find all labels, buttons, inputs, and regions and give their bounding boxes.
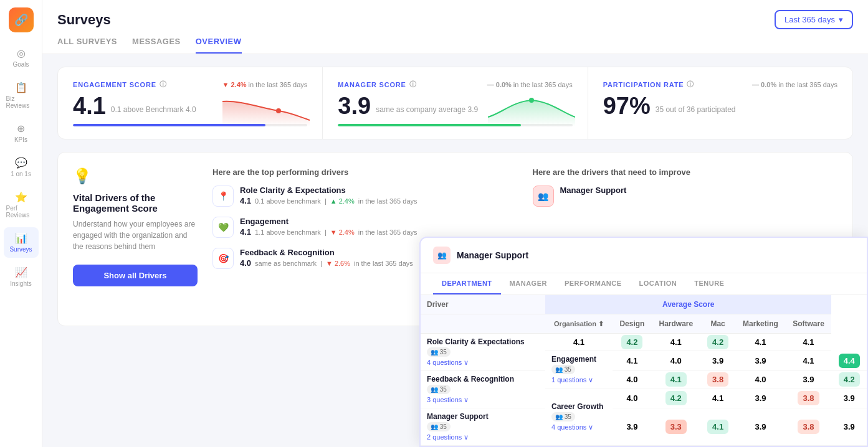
engagement-info-icon[interactable]: ⓘ bbox=[160, 80, 167, 89]
driver-name-manager-support: Manager Support bbox=[560, 186, 627, 195]
tab-messages[interactable]: MESSAGES bbox=[132, 37, 181, 54]
tab-all-surveys[interactable]: ALL SURVEYS bbox=[57, 37, 117, 54]
score-cell: 3.9 bbox=[798, 372, 819, 387]
score-cell: 4.0 bbox=[665, 354, 687, 368]
sidebar-item-biz-reviews[interactable]: 📋 Biz Reviews bbox=[4, 77, 39, 114]
driver-meta-role-clarity: 4.1 0.1 above benchmark | ▲ 2.4% in the … bbox=[240, 196, 417, 205]
feedback-icon: 🎯 bbox=[212, 248, 234, 269]
insights-icon: 📈 bbox=[15, 266, 27, 278]
driver-row-name: Feedback & Recognition bbox=[427, 375, 539, 383]
sidebar-item-insights[interactable]: 📈 Insights bbox=[4, 261, 39, 292]
manager-score-sub: same as company average 3.9 bbox=[376, 105, 478, 114]
table-row: Manager Support 👥 35 2 questions ∨ 3.93.… bbox=[421, 408, 867, 446]
page-title: Surveys bbox=[57, 12, 111, 28]
manager-score-value: 3.9 bbox=[338, 94, 371, 118]
score-cell: 4.1 bbox=[568, 335, 589, 349]
sidebar-item-goals[interactable]: ◎ Goals bbox=[4, 42, 39, 73]
engagement-change-badge: ▼ 2.4% in the last 365 days bbox=[222, 81, 308, 88]
chevron-down-icon: ▾ bbox=[839, 15, 843, 24]
score-cell: 3.9 bbox=[839, 391, 860, 405]
driver-row-name: Engagement bbox=[551, 355, 606, 364]
driver-name-engagement: Engagement bbox=[240, 217, 417, 226]
score-cell: 4.1 bbox=[665, 335, 687, 349]
main-area: Surveys Last 365 days ▾ ALL SURVEYS MESS… bbox=[42, 0, 868, 447]
col-software: Software bbox=[786, 314, 832, 334]
score-cell: 4.2 bbox=[707, 335, 728, 349]
score-cell: 4.1 bbox=[798, 335, 819, 349]
sidebar-item-label: Insights bbox=[10, 280, 31, 287]
score-cell: 4.1 bbox=[665, 372, 687, 387]
col-driver: Driver bbox=[421, 295, 545, 314]
drivers-info-title: Vital Drivers of the Engagement Score bbox=[73, 192, 198, 214]
kpis-icon: ⊕ bbox=[17, 123, 25, 134]
filter-tab-tenure[interactable]: TENURE bbox=[685, 273, 733, 294]
driver-meta-feedback: 4.0 same as benchmark | ▼ 2.6% in the la… bbox=[240, 258, 413, 268]
improve-drivers-title: Here are the drivers that need to improv… bbox=[533, 167, 838, 177]
page-header: Surveys Last 365 days ▾ ALL SURVEYS MESS… bbox=[42, 0, 868, 54]
score-cell: 4.1 bbox=[798, 354, 819, 368]
score-cell: 3.8 bbox=[707, 372, 728, 387]
participation-score-sub: 35 out of 36 participated bbox=[656, 105, 736, 114]
svg-point-0 bbox=[276, 108, 281, 113]
participants-badge: 👥 35 bbox=[427, 385, 451, 394]
driver-name-feedback: Feedback & Recognition bbox=[240, 248, 413, 257]
bulb-icon: 💡 bbox=[73, 167, 198, 185]
table-row: Feedback & Recognition 👥 35 3 questions … bbox=[421, 371, 867, 388]
score-cell: 3.8 bbox=[798, 420, 819, 434]
col-organisation: Organisation ⬆ bbox=[545, 314, 613, 334]
sidebar-item-surveys[interactable]: 📊 Surveys bbox=[4, 227, 39, 258]
col-design: Design bbox=[613, 314, 652, 334]
engagement-score-sub: 0.1 above Benchmark 4.0 bbox=[111, 105, 196, 114]
score-cell: 3.9 bbox=[839, 420, 860, 434]
questions-label[interactable]: 3 questions ∨ bbox=[427, 396, 469, 404]
sidebar-item-kpis[interactable]: ⊕ KPIs bbox=[4, 118, 39, 148]
score-cell: 3.9 bbox=[621, 420, 642, 434]
date-range-label: Last 365 days bbox=[785, 15, 835, 24]
col-marketing: Marketing bbox=[735, 314, 785, 334]
surveys-icon: 📊 bbox=[15, 232, 27, 244]
sidebar-item-label: KPIs bbox=[14, 136, 27, 143]
col-driver-empty bbox=[421, 314, 545, 334]
participants-badge: 👥 35 bbox=[551, 412, 575, 421]
questions-label[interactable]: 4 questions ∨ bbox=[427, 359, 469, 367]
show-all-drivers-button[interactable]: Show all Drivers bbox=[73, 265, 198, 286]
engagement-chart bbox=[222, 95, 310, 126]
score-cell: 3.9 bbox=[750, 354, 771, 368]
biz-reviews-icon: 📋 bbox=[15, 82, 27, 93]
filter-tab-location[interactable]: LOCATION bbox=[631, 273, 686, 294]
sidebar-item-1on1s[interactable]: 💬 1 on 1s bbox=[4, 152, 39, 182]
table-row: Role Clarity & Expectations 👥 35 4 quest… bbox=[421, 334, 867, 351]
sidebar-item-perf-reviews[interactable]: ⭐ Perf Reviews bbox=[4, 186, 39, 224]
filter-tab-performance[interactable]: PERFORMANCE bbox=[556, 273, 631, 294]
questions-label[interactable]: 4 questions ∨ bbox=[551, 423, 593, 431]
score-cell: 4.1 bbox=[750, 335, 771, 349]
engagement-score-card: ENGAGEMENT SCORE ⓘ ▼ 2.4% in the last 36… bbox=[58, 67, 323, 139]
manager-score-card: MANAGER SCORE ⓘ — 0.0% in the last 365 d… bbox=[323, 67, 588, 139]
app-logo: 🔗 bbox=[9, 7, 34, 32]
participation-score-value: 97% bbox=[603, 94, 651, 118]
participation-info-icon[interactable]: ⓘ bbox=[687, 80, 694, 89]
filter-tab-manager[interactable]: MANAGER bbox=[501, 273, 556, 294]
manager-score-label: MANAGER SCORE ⓘ bbox=[338, 80, 416, 89]
engagement-score-value: 4.1 bbox=[73, 94, 106, 118]
questions-label[interactable]: 2 questions ∨ bbox=[427, 433, 469, 441]
participants-badge: 👥 35 bbox=[427, 422, 451, 431]
manager-chart bbox=[488, 95, 575, 126]
participation-score-label: PARTICIPATION RATE ⓘ bbox=[603, 80, 695, 89]
top-drivers-title: Here are the top performing drivers bbox=[212, 167, 518, 177]
filter-tab-department[interactable]: DEPARTMENT bbox=[433, 273, 501, 294]
date-range-button[interactable]: Last 365 days ▾ bbox=[775, 10, 853, 29]
manager-info-icon[interactable]: ⓘ bbox=[409, 80, 417, 89]
overlay-table: 👥 Manager Support DEPARTMENT MANAGER PER… bbox=[419, 237, 868, 447]
tab-overview[interactable]: OVERVIEW bbox=[196, 37, 242, 54]
manager-change-badge: — 0.0% in the last 365 days bbox=[487, 81, 573, 88]
drivers-table: Driver Average Score Organisation ⬆ Desi… bbox=[421, 295, 867, 446]
participation-change-badge: — 0.0% in the last 365 days bbox=[752, 81, 837, 88]
goals-icon: ◎ bbox=[17, 47, 26, 59]
engagement-icon: 💚 bbox=[212, 217, 234, 238]
questions-label[interactable]: 1 questions ∨ bbox=[551, 376, 593, 384]
score-cards-row: ENGAGEMENT SCORE ⓘ ▼ 2.4% in the last 36… bbox=[57, 67, 853, 139]
overlay-header-icon: 👥 bbox=[433, 247, 451, 264]
driver-meta-engagement: 4.1 1.1 above benchmark | ▼ 2.4% in the … bbox=[240, 227, 417, 237]
col-hardware: Hardware bbox=[652, 314, 700, 334]
